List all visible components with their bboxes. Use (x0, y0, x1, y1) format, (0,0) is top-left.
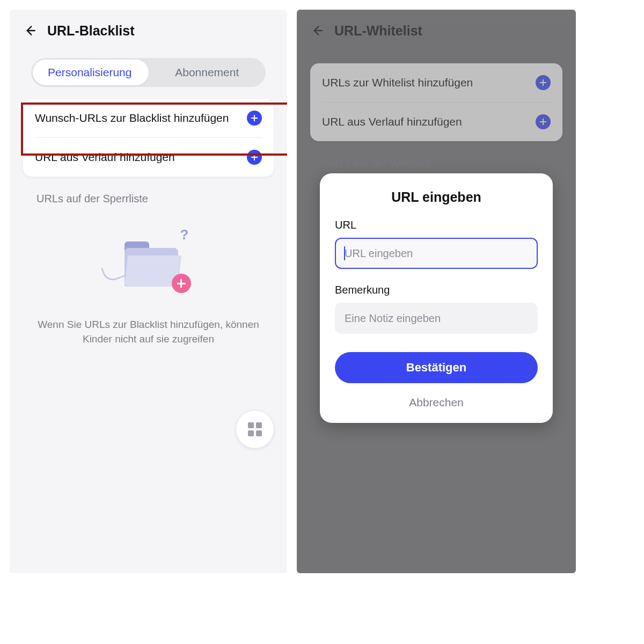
tabs-segmented: Personalisierung Abonnement (31, 58, 266, 87)
plus-icon (247, 150, 262, 165)
note-input[interactable] (335, 303, 538, 334)
section-label: URLs auf der Sperrliste (36, 193, 260, 205)
back-icon[interactable] (309, 23, 325, 39)
tab-personalisierung[interactable]: Personalisierung (31, 58, 149, 87)
option-add-from-history[interactable]: URL aus Verlauf hinzufügen (23, 138, 274, 177)
option-label: URLs zur Whitelist hinzufügen (322, 76, 473, 89)
url-input[interactable] (335, 238, 538, 269)
section-label: URLs auf der Whitelist (324, 157, 549, 170)
tab-abonnement[interactable]: Abonnement (149, 58, 266, 87)
option-label: Wunsch-URLs zur Blacklist hinzufügen (35, 112, 229, 125)
options-card: Wunsch-URLs zur Blacklist hinzufügen URL… (23, 99, 274, 177)
confirm-button[interactable]: Bestätigen (335, 352, 538, 383)
option-label: URL aus Verlauf hinzufügen (322, 115, 462, 128)
page-title: URL-Whitelist (334, 23, 422, 39)
empty-text: Wenn Sie URLs zur Blacklist hinzufügen, … (31, 318, 267, 346)
plus-icon (247, 111, 262, 126)
url-field-label: URL (335, 219, 538, 231)
back-icon[interactable] (21, 23, 38, 39)
cancel-button[interactable]: Abbrechen (335, 396, 538, 409)
option-label: URL aus Verlauf hinzufügen (35, 151, 175, 164)
empty-folder-icon: ? (103, 226, 194, 302)
grid-icon (248, 422, 262, 436)
text-caret (344, 246, 345, 260)
modal-title: URL eingeben (335, 189, 538, 205)
note-field-label: Bemerkung (335, 284, 538, 296)
empty-state: ? Wenn Sie URLs zur Blacklist hinzufügen… (10, 226, 287, 346)
header: URL-Blacklist (10, 10, 287, 48)
header: URL-Whitelist (297, 10, 576, 48)
option-add-from-history[interactable]: URL aus Verlauf hinzufügen (310, 103, 562, 141)
modal-enter-url: URL eingeben URL Bemerkung Bestätigen Ab… (320, 173, 553, 423)
plus-icon (536, 114, 551, 129)
option-add-whitelist-urls[interactable]: URLs zur Whitelist hinzufügen (310, 63, 562, 102)
screen-whitelist: URL-Whitelist URLs zur Whitelist hinzufü… (297, 10, 576, 573)
plus-icon (536, 75, 551, 90)
screen-blacklist: URL-Blacklist Personalisierung Abonnemen… (10, 10, 287, 573)
fab-grid-button[interactable] (236, 410, 274, 449)
page-title: URL-Blacklist (47, 23, 135, 39)
option-add-desired-urls[interactable]: Wunsch-URLs zur Blacklist hinzufügen (23, 99, 274, 137)
options-card: URLs zur Whitelist hinzufügen URL aus Ve… (310, 63, 562, 141)
